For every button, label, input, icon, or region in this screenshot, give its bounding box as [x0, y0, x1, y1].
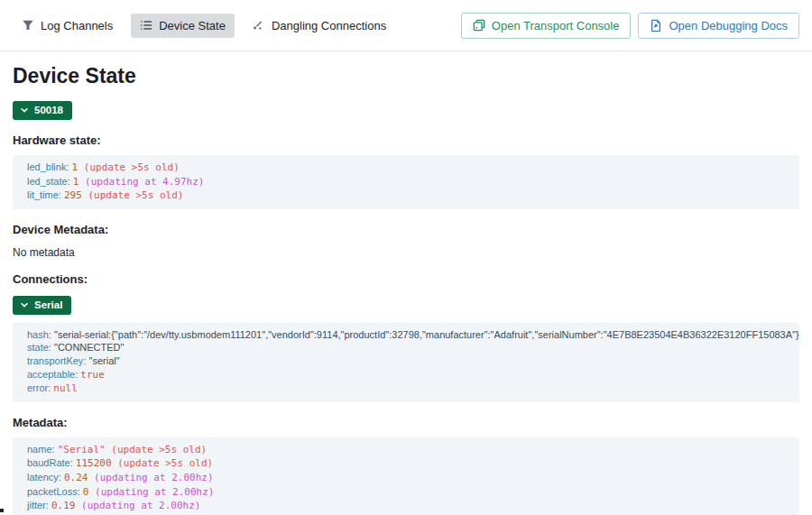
device-metadata-heading: Device Metadata: — [13, 223, 799, 236]
connection-label: Serial — [34, 299, 62, 310]
kv-value: 295 — [64, 189, 82, 201]
kv-key: led_blink — [27, 161, 66, 172]
duplicate-icon — [473, 19, 485, 32]
connection-metadata-heading: Metadata: — [13, 416, 799, 429]
toolbar-actions: Open Transport Console Open Debugging Do… — [461, 13, 799, 39]
document-open-icon — [650, 19, 662, 32]
chevron-down-icon — [20, 106, 29, 115]
kv-row: packetLoss: 0 (updating at 2.00hz) — [27, 485, 799, 500]
kv-key: packetLoss — [27, 486, 78, 497]
kv-key: transportKey — [27, 355, 83, 366]
kv-row: led_state: 1 (updating at 4.97hz) — [27, 175, 799, 189]
kv-annotation: (updating at 4.97hz) — [78, 176, 204, 188]
hardware-state-box: led_blink: 1 (update >5s old)led_state: … — [13, 155, 799, 209]
kv-annotation: (updating at 2.00hz) — [88, 486, 214, 498]
device-id-label: 50018 — [34, 105, 63, 115]
kv-value: "serial-serial:{"path":"/dev/tty.usbmode… — [54, 329, 799, 340]
kv-value: true — [80, 369, 105, 381]
dangling-connections-icon — [253, 19, 265, 32]
kv-value: 115200 — [76, 457, 112, 469]
kv-row: lit_time: 295 (update >5s old) — [27, 189, 799, 203]
open-debugging-docs-button[interactable]: Open Debugging Docs — [638, 13, 799, 39]
button-label: Open Debugging Docs — [669, 19, 788, 32]
tab-label: Log Channels — [41, 19, 113, 32]
connections-heading: Connections: — [13, 272, 799, 286]
open-transport-console-button[interactable]: Open Transport Console — [461, 13, 632, 39]
kv-annotation: (update >5s old) — [78, 161, 180, 173]
kv-key: jitter — [27, 500, 46, 510]
kv-value: 0.24 — [64, 472, 88, 483]
kv-annotation: (update >5s old) — [82, 189, 184, 201]
tab-log-channels[interactable]: Log Channels — [13, 14, 122, 38]
kv-annotation: (update >5s old) — [106, 444, 208, 455]
kv-row: error: null — [27, 382, 799, 396]
page-title: Device State — [13, 64, 799, 88]
view-tabs: Log Channels Device State — [13, 14, 395, 38]
kv-key: lit_time — [27, 189, 59, 200]
connection-serial-toggle[interactable]: Serial — [13, 296, 71, 315]
device-id-toggle[interactable]: 50018 — [13, 101, 72, 120]
kv-value: 0.19 — [51, 500, 76, 511]
chevron-down-icon — [20, 300, 29, 309]
kv-annotation: (updating at 2.00hz) — [88, 472, 213, 483]
filter-icon — [22, 19, 34, 32]
kv-value: "serial" — [89, 355, 120, 366]
kv-row: name: "Serial" (update >5s old) — [27, 443, 799, 457]
kv-row: state: "CONNECTED" — [27, 341, 799, 354]
kv-row: latency: 0.24 (updating at 2.00hz) — [27, 471, 799, 485]
kv-row: jitter: 0.19 (updating at 2.00hz) — [27, 499, 799, 513]
kv-annotation: (updating at 2.00hz) — [75, 500, 200, 511]
kv-annotation: (update >5s old) — [112, 457, 214, 469]
tab-dangling-connections[interactable]: Dangling Connections — [244, 14, 395, 38]
kv-row: transportKey: "serial" — [27, 354, 799, 368]
tab-label: Device State — [159, 19, 226, 32]
kv-key: error — [27, 382, 48, 393]
main-panel: Log Channels Device State — [0, 0, 812, 515]
kv-key: hash — [27, 329, 49, 340]
connection-info-box: hash: "serial-serial:{"path":"/dev/tty.u… — [13, 323, 799, 402]
kv-key: state — [27, 342, 49, 353]
kv-value: "CONNECTED" — [54, 342, 124, 353]
device-state-panel: Device State 50018 Hardware state: led_b… — [0, 51, 812, 515]
kv-row: acceptable: true — [27, 368, 799, 382]
connection-metadata-box: name: "Serial" (update >5s old)baudRate:… — [13, 437, 799, 515]
no-metadata-text: No metadata — [13, 246, 799, 259]
tab-device-state[interactable]: Device State — [131, 14, 235, 38]
kv-key: baudRate — [27, 457, 70, 468]
list-icon — [140, 19, 152, 32]
kv-row: led_blink: 1 (update >5s old) — [27, 161, 799, 175]
kv-key: name — [27, 444, 52, 455]
kv-value: "Serial" — [58, 444, 106, 455]
kv-key: latency — [27, 472, 59, 483]
kv-key: acceptable — [27, 369, 75, 380]
kv-row: hash: "serial-serial:{"path":"/dev/tty.u… — [27, 328, 799, 342]
tab-label: Dangling Connections — [272, 19, 386, 32]
kv-key: led_state — [27, 176, 68, 187]
kv-row: baudRate: 115200 (update >5s old) — [27, 456, 799, 471]
button-label: Open Transport Console — [492, 19, 620, 32]
hardware-state-heading: Hardware state: — [13, 133, 799, 147]
top-toolbar: Log Channels Device State — [0, 0, 812, 51]
screen-artifact — [0, 509, 4, 512]
kv-value: null — [53, 382, 78, 394]
